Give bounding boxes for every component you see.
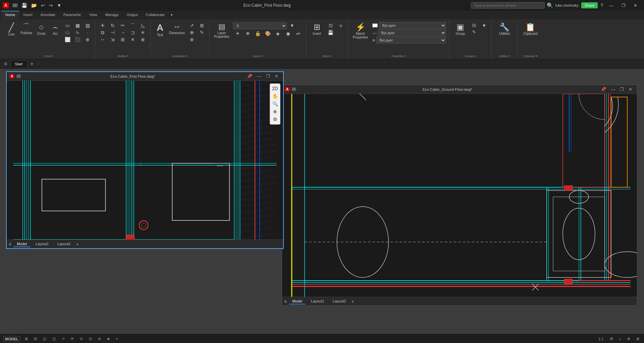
qat-dropdown[interactable]: ▼ bbox=[55, 2, 63, 9]
annot-more-button[interactable]: ⊕ bbox=[187, 36, 197, 43]
properties-group-label[interactable]: Properties ▾ bbox=[391, 54, 406, 59]
modify-group-label[interactable]: Modify ▾ bbox=[118, 54, 128, 59]
layout-add-1[interactable]: + bbox=[76, 242, 78, 247]
array-button[interactable]: ⊞ bbox=[118, 36, 127, 43]
tab-collaborate[interactable]: Collaborate bbox=[142, 11, 169, 19]
tab-hamburger[interactable]: ≡ bbox=[2, 60, 9, 68]
layer-selector[interactable]: 0 bbox=[233, 22, 287, 29]
layout-model-2[interactable]: Model bbox=[289, 298, 306, 304]
tab-view[interactable]: View bbox=[85, 11, 101, 19]
markup-button[interactable]: ✎ bbox=[197, 29, 207, 36]
explode-button[interactable]: ✳ bbox=[138, 29, 148, 36]
help-button[interactable]: ? bbox=[600, 3, 603, 8]
layer-color-button[interactable]: 🎨 bbox=[263, 30, 273, 37]
status-scale[interactable]: 1:1 bbox=[597, 336, 605, 342]
layer-off-button[interactable]: ☀ bbox=[233, 30, 243, 37]
hatch-button[interactable]: ▦ bbox=[73, 22, 82, 29]
layout-layout2-1[interactable]: Layout2 bbox=[54, 241, 74, 247]
spline-button[interactable]: ∿ bbox=[73, 29, 82, 36]
line-button[interactable]: ╱ Line bbox=[5, 22, 18, 37]
tab-manage[interactable]: Manage bbox=[101, 11, 123, 19]
share-button[interactable]: Share bbox=[581, 2, 598, 8]
dwg-hamburger-2[interactable]: ≡ bbox=[284, 299, 287, 304]
close-button[interactable]: ✕ bbox=[630, 2, 641, 9]
arc-button[interactable]: ⌢ Arc bbox=[49, 22, 62, 37]
nav-hand-btn[interactable]: ✋ bbox=[272, 93, 278, 100]
dwg-minimize-2[interactable]: — bbox=[609, 86, 617, 92]
dwg-restore-1[interactable]: ❐ bbox=[264, 73, 272, 79]
layout-add-2[interactable]: + bbox=[351, 299, 354, 304]
rectangle-button[interactable]: ▭ bbox=[63, 22, 72, 29]
point-button[interactable]: · bbox=[83, 29, 92, 36]
dwg-hamburger-1[interactable]: ≡ bbox=[9, 242, 11, 247]
redo-button[interactable]: ↪ bbox=[47, 2, 55, 9]
dimension-button[interactable]: ↔ Dimension bbox=[167, 22, 186, 36]
group-button[interactable]: ▣ Group bbox=[452, 22, 469, 37]
status-transparency[interactable]: ⊡ bbox=[88, 336, 93, 342]
tab-output[interactable]: Output bbox=[123, 11, 142, 19]
tab-annotate[interactable]: Annotate bbox=[37, 11, 59, 19]
dwg-close-1[interactable]: ✕ bbox=[273, 73, 280, 79]
nav-zoom-btn[interactable]: 🔍 bbox=[272, 100, 278, 108]
scale-button[interactable]: ⇲ bbox=[108, 36, 117, 43]
status-units[interactable]: ⌖ bbox=[114, 336, 119, 342]
groups-dropdown-button[interactable]: ▼ bbox=[479, 22, 489, 29]
tab-more[interactable]: ▾ bbox=[169, 11, 175, 19]
text-button[interactable]: A Text bbox=[153, 22, 167, 38]
layout-layout1-1[interactable]: Layout1 bbox=[32, 241, 52, 247]
lineweight-dropdown[interactable]: ByLayer bbox=[376, 37, 446, 44]
status-ortho[interactable]: ◱ bbox=[42, 336, 48, 342]
dwg-close-2[interactable]: ✕ bbox=[627, 86, 634, 92]
layer-properties-button[interactable]: ▤ LayerProperties bbox=[212, 22, 231, 40]
status-polar[interactable]: ◫ bbox=[51, 336, 57, 342]
clipboard-group-label[interactable]: Clipboard ▾ bbox=[524, 54, 537, 59]
layout-layout1-2[interactable]: Layout1 bbox=[308, 298, 327, 304]
tab-add-button[interactable]: + bbox=[29, 60, 36, 68]
layer-freeze-button[interactable]: ❄ bbox=[243, 30, 253, 37]
move-button[interactable]: ✛ bbox=[98, 22, 107, 29]
status-isnap[interactable]: ↗ bbox=[60, 336, 66, 342]
rotate-button[interactable]: ↻ bbox=[108, 22, 117, 29]
status-gizmo[interactable]: ◈ bbox=[106, 336, 111, 342]
search-input[interactable] bbox=[471, 2, 545, 9]
layer-lock-button[interactable]: 🔒 bbox=[253, 30, 263, 37]
wipeout-button[interactable]: ⬛ bbox=[73, 36, 82, 43]
draw-more-button[interactable]: ⊕ bbox=[83, 36, 92, 43]
circle-button[interactable]: ○ Circle bbox=[35, 22, 48, 37]
match-properties-button[interactable]: ⚡ MatchProperties bbox=[351, 22, 370, 40]
linetype-dropdown[interactable]: ByLayer bbox=[378, 29, 446, 36]
layer-iso-button[interactable]: ◈ bbox=[273, 30, 283, 37]
color-dropdown[interactable]: ByLayer bbox=[379, 22, 446, 29]
mirror-button[interactable]: ⊣ bbox=[108, 29, 117, 36]
nav-settings-btn[interactable]: ⚙ bbox=[273, 116, 277, 123]
leader-button[interactable]: ↗ bbox=[187, 22, 197, 29]
table-button[interactable]: ⊞ bbox=[197, 22, 207, 29]
status-selection[interactable]: ⊘ bbox=[97, 336, 102, 342]
utilities-group-label[interactable]: Utilities ▾ bbox=[499, 54, 510, 59]
layout-model-1[interactable]: Model bbox=[13, 241, 30, 247]
modify-more-button[interactable]: ⊕ bbox=[138, 36, 148, 43]
status-snap[interactable]: ⊟ bbox=[33, 336, 38, 342]
centerline-button[interactable]: ⊕ bbox=[187, 29, 197, 36]
polyline-button[interactable]: ⌒ Polyline bbox=[19, 22, 34, 36]
draw-group-label[interactable]: Draw ▾ bbox=[44, 54, 53, 59]
ellipse-button[interactable]: ⬭ bbox=[63, 29, 72, 36]
status-viewport[interactable]: ⊕ bbox=[626, 336, 632, 342]
utilities-button[interactable]: 🔧 Utilities bbox=[494, 22, 515, 37]
write-block-button[interactable]: 💾 bbox=[326, 29, 335, 36]
delete-button[interactable]: ✕ bbox=[128, 36, 138, 43]
fillet-button[interactable]: ⌒ bbox=[128, 22, 138, 29]
undo-button[interactable]: ↩ bbox=[39, 2, 47, 9]
minimize-button[interactable]: — bbox=[605, 2, 618, 9]
stretch-button[interactable]: ↔ bbox=[98, 36, 107, 43]
dwg-restore-2[interactable]: ❐ bbox=[618, 86, 626, 92]
trim-button[interactable]: ✂ bbox=[118, 22, 127, 29]
status-plus[interactable]: + bbox=[618, 336, 623, 342]
status-settings[interactable]: ⚙ bbox=[608, 336, 614, 342]
region-button[interactable]: ⬜ bbox=[63, 36, 72, 43]
layer-dropdown-btn[interactable]: ▼ bbox=[287, 22, 297, 29]
annotation-group-label[interactable]: Annotation ▾ bbox=[172, 54, 187, 59]
maximize-button[interactable]: ❐ bbox=[618, 2, 630, 9]
layer-unisolate-button[interactable]: ◉ bbox=[283, 30, 293, 37]
tab-insert[interactable]: Insert bbox=[19, 11, 37, 19]
